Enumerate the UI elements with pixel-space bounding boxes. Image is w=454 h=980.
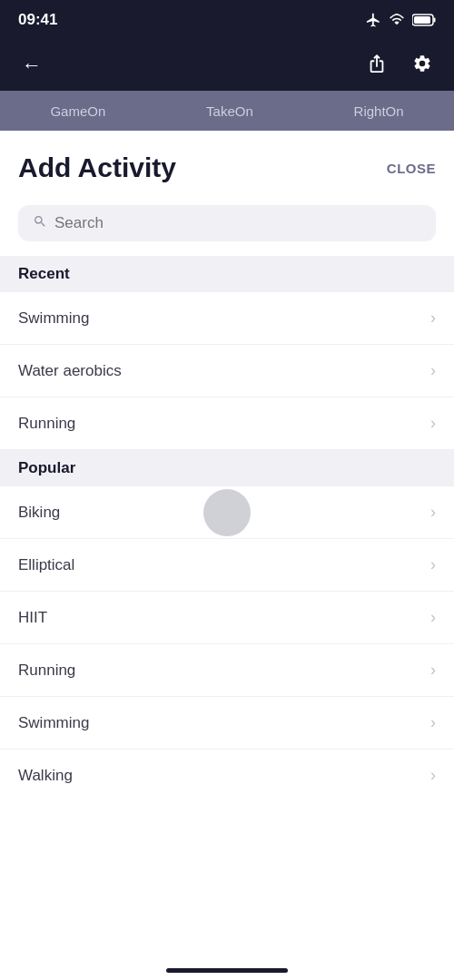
list-item[interactable]: Water aerobics ›: [0, 345, 454, 397]
item-label: HIIT: [18, 609, 47, 627]
share-icon: [367, 54, 387, 74]
chevron-right-icon: ›: [430, 361, 436, 380]
tab-takeon[interactable]: TakeOn: [192, 96, 268, 126]
chevron-right-icon: ›: [430, 555, 436, 574]
status-time: 09:41: [18, 11, 57, 29]
search-input[interactable]: [54, 214, 421, 232]
list-item[interactable]: HIIT ›: [0, 592, 454, 644]
status-icons: [365, 12, 436, 28]
chevron-right-icon: ›: [430, 713, 436, 732]
chevron-right-icon: ›: [430, 414, 436, 433]
close-button[interactable]: CLOSE: [387, 161, 436, 176]
nav-bar: ←: [0, 40, 454, 91]
add-activity-header: Add Activity CLOSE: [0, 131, 454, 198]
chevron-right-icon: ›: [430, 661, 436, 680]
item-label: Biking: [18, 504, 60, 522]
search-container: [0, 198, 454, 256]
tab-gameon[interactable]: GameOn: [35, 96, 120, 126]
popular-section-header: Popular: [0, 450, 454, 486]
list-item[interactable]: Walking ›: [0, 750, 454, 801]
gear-icon: [412, 54, 432, 74]
status-bar: 09:41: [0, 0, 454, 40]
share-button[interactable]: [360, 46, 394, 84]
list-item[interactable]: Swimming ›: [0, 292, 454, 345]
back-button[interactable]: ←: [15, 46, 49, 84]
settings-button[interactable]: [405, 46, 439, 84]
list-item[interactable]: Elliptical ›: [0, 539, 454, 592]
chevron-right-icon: ›: [430, 503, 436, 522]
page-title: Add Activity: [18, 152, 176, 183]
main-content: Add Activity CLOSE Recent Swimming › Wat…: [0, 131, 454, 980]
chevron-right-icon: ›: [430, 608, 436, 627]
nav-actions: [360, 46, 439, 84]
ripple-effect: [203, 489, 251, 536]
item-label: Walking: [18, 767, 73, 785]
item-label: Elliptical: [18, 556, 74, 574]
chevron-right-icon: ›: [430, 309, 436, 328]
home-indicator: [166, 968, 288, 973]
wifi-icon: [389, 12, 405, 28]
popular-title: Popular: [18, 459, 75, 476]
tab-righton[interactable]: RightOn: [340, 96, 419, 126]
airplane-icon: [365, 12, 381, 28]
item-label: Water aerobics: [18, 362, 122, 380]
battery-icon: [412, 14, 436, 26]
list-item[interactable]: Biking ›: [0, 486, 454, 539]
item-label: Running: [18, 662, 75, 680]
tab-bar: GameOn TakeOn RightOn: [0, 91, 454, 131]
svg-rect-2: [414, 16, 430, 24]
recent-title: Recent: [18, 265, 70, 282]
list-item[interactable]: Running ›: [0, 397, 454, 450]
recent-section-header: Recent: [0, 256, 454, 292]
svg-rect-1: [434, 18, 436, 23]
item-label: Swimming: [18, 714, 89, 732]
list-item[interactable]: Swimming ›: [0, 697, 454, 750]
chevron-right-icon: ›: [430, 766, 436, 785]
item-label: Swimming: [18, 309, 89, 328]
search-icon: [33, 214, 47, 232]
list-item[interactable]: Running ›: [0, 644, 454, 697]
search-box: [18, 205, 436, 241]
item-label: Running: [18, 415, 75, 433]
